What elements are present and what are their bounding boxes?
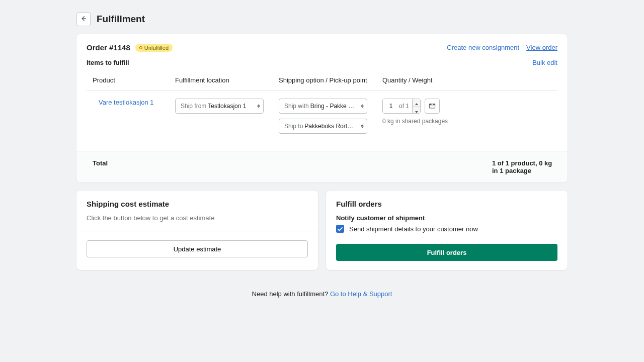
check-icon (338, 225, 343, 233)
shared-packages-text: 0 kg in shared packages (382, 118, 557, 125)
product-link[interactable]: Vare testlokasjon 1 (93, 99, 154, 106)
ship-from-select[interactable]: Ship from Testlokasjon 1 (175, 99, 264, 114)
badge-dot-icon (139, 46, 142, 49)
fulfill-title: Fulfill orders (336, 200, 557, 208)
estimate-title: Shipping cost estimate (87, 200, 308, 208)
table-row: Vare testlokasjon 1 Ship from Testlokasj… (87, 90, 557, 142)
quantity-of: of 1 (399, 99, 412, 113)
order-title: Order #1148 (87, 43, 130, 52)
select-caret-icon (257, 105, 260, 108)
arrow-left-icon (80, 15, 87, 24)
chevron-up-icon (415, 99, 418, 107)
page-title: Fulfillment (97, 14, 145, 25)
col-shipping: Shipping option / Pick-up point (279, 76, 382, 84)
col-qty: Quantity / Weight (382, 76, 557, 84)
select-caret-icon (361, 125, 364, 128)
ship-from-prefix: Ship from (181, 103, 206, 110)
help-row: Need help with fulfillment? Go to Help &… (76, 290, 568, 298)
ship-from-value: Testlokasjon 1 (208, 103, 246, 110)
notify-checkbox[interactable] (336, 225, 344, 233)
package-button[interactable] (425, 99, 440, 114)
svg-rect-3 (432, 104, 433, 105)
update-estimate-button[interactable]: Update estimate (87, 240, 308, 257)
help-link[interactable]: Go to Help & Support (330, 290, 392, 298)
ship-with-value: Bring - Pakke til h... (310, 103, 355, 110)
select-caret-icon (361, 105, 364, 108)
view-order-link[interactable]: View order (526, 44, 557, 51)
step-up-button[interactable] (413, 99, 420, 107)
package-icon (429, 102, 436, 111)
badge-text: Unfulfilled (144, 45, 169, 51)
items-title: Items to fulfill (87, 59, 129, 66)
ship-with-prefix: Ship with (284, 103, 309, 110)
total-row: Total 1 of 1 product, 0 kg in 1 package (76, 151, 568, 183)
fulfill-card: Fulfill orders Notify customer of shipme… (326, 191, 568, 270)
create-consignment-link[interactable]: Create new consignment (447, 44, 519, 51)
notify-checkbox-label: Send shipment details to your customer n… (349, 225, 478, 233)
estimate-card: Shipping cost estimate Click the button … (76, 191, 318, 270)
notify-label: Notify customer of shipment (336, 214, 557, 222)
fulfill-orders-button[interactable]: Fulfill orders (336, 244, 557, 261)
ship-to-prefix: Ship to (284, 123, 303, 130)
status-badge: Unfulfilled (135, 44, 173, 52)
chevron-down-icon (415, 107, 418, 114)
bulk-edit-link[interactable]: Bulk edit (532, 59, 557, 66)
table-header: Product Fulfillment location Shipping op… (87, 73, 557, 90)
col-location: Fulfillment location (175, 76, 279, 84)
help-prefix: Need help with fulfillment? (252, 290, 330, 298)
estimate-hint: Click the button below to get a cost est… (87, 214, 308, 222)
total-value: 1 of 1 product, 0 kg in 1 package (492, 159, 557, 174)
step-down-button[interactable] (413, 107, 420, 114)
ship-with-select[interactable]: Ship with Bring - Pakke til h... (279, 99, 367, 114)
col-product: Product (87, 76, 175, 84)
ship-to-select[interactable]: Ship to Pakkeboks Rortunet... (279, 119, 367, 134)
ship-to-value: Pakkeboks Rortunet... (304, 123, 355, 130)
quantity-stepper[interactable]: of 1 (382, 99, 421, 114)
total-label: Total (87, 159, 108, 174)
quantity-input[interactable] (383, 99, 399, 113)
order-card: Order #1148 Unfulfilled Create new consi… (76, 34, 568, 183)
back-button[interactable] (76, 12, 91, 26)
